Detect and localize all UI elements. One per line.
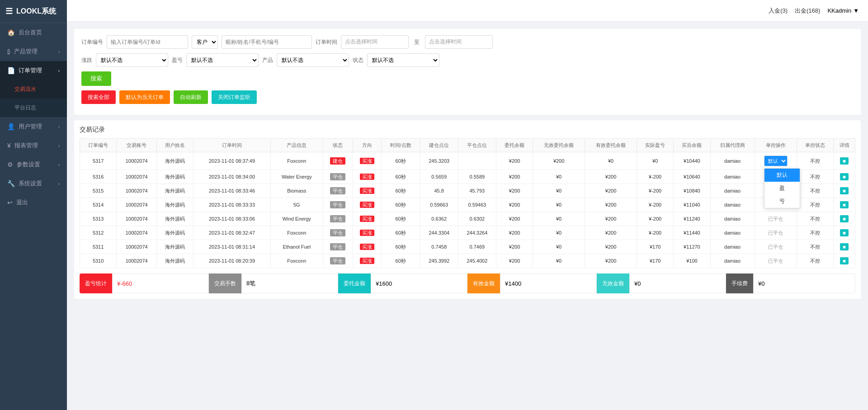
cell-after-buy: ¥100: [674, 254, 710, 268]
cell-agent: damiao: [710, 212, 755, 226]
cell-detail[interactable]: ■: [834, 254, 855, 268]
user-menu[interactable]: KKadmin ▼: [827, 7, 859, 14]
cell-valid-entrust: ¥200: [585, 198, 637, 212]
cell-after-buy: ¥10440: [674, 152, 710, 170]
cell-direction: 买涨: [353, 170, 381, 184]
sidebar-item-system[interactable]: 🔧 系统设置 ›: [0, 174, 67, 193]
order-submenu: 交易流水 平台日志: [0, 80, 67, 117]
popup-item-default[interactable]: 默认: [764, 169, 800, 182]
cell-agent: damiao: [710, 198, 755, 212]
cell-close-price: 0.7469: [458, 240, 496, 254]
detail-button[interactable]: ■: [840, 187, 849, 194]
cell-after-buy: ¥10640: [674, 170, 710, 184]
sidebar-item-product[interactable]: ₿ 产品管理 ›: [0, 42, 67, 61]
cell-detail[interactable]: ■: [834, 184, 855, 198]
sidebar-item-user[interactable]: 👤 用户管理 ›: [0, 117, 67, 136]
summary-entrust-amount: 委托金额 ¥1600: [338, 273, 467, 293]
cell-detail[interactable]: ■: [834, 240, 855, 254]
rise-fall-label: 涨跌: [81, 57, 92, 64]
cell-username: 海外源码: [157, 184, 193, 198]
cell-actual-profit: ¥-200: [637, 170, 674, 184]
cell-after-buy: ¥10840: [674, 184, 710, 198]
rise-fall-select[interactable]: 默认不选: [96, 53, 168, 67]
cell-entrust-balance: ¥200: [496, 152, 533, 170]
cell-time-points: 60秒: [381, 198, 420, 212]
cell-order-no: 5310: [80, 254, 117, 268]
cell-close-price: 244.3264: [458, 226, 496, 240]
product-select[interactable]: 默认不选: [277, 53, 349, 67]
auto-refresh-button[interactable]: 自动刷新: [174, 90, 208, 104]
col-username: 用户姓名: [157, 139, 193, 152]
search-all-button[interactable]: 搜索全部: [81, 90, 116, 104]
sidebar-item-param[interactable]: ⚙ 参数设置 ›: [0, 155, 67, 174]
cell-after-buy: ¥11440: [674, 226, 710, 240]
cell-entrust-balance: ¥200: [496, 184, 533, 198]
profit-loss-label: 盈亏: [172, 57, 183, 64]
order-time-end[interactable]: 点击选择时间: [425, 35, 493, 49]
cell-detail[interactable]: ■: [834, 198, 855, 212]
entrust-amount-label: 委托金额: [338, 273, 371, 293]
sidebar-item-order[interactable]: 📄 订单管理 ›: [0, 61, 67, 80]
cell-order-no: 5313: [80, 212, 117, 226]
customer-select[interactable]: 客户: [192, 35, 218, 49]
cell-detail[interactable]: ■: [834, 212, 855, 226]
cell-after-buy: ¥11240: [674, 212, 710, 226]
cell-detail[interactable]: ■: [834, 152, 855, 170]
cell-detail[interactable]: ■: [834, 170, 855, 184]
popup-item-profit[interactable]: 盈: [764, 182, 800, 195]
detail-button[interactable]: ■: [840, 215, 849, 222]
order-time-start[interactable]: 点击选择时间: [341, 35, 409, 49]
cell-username: 海外源码: [157, 170, 193, 184]
cell-product: Biomass: [270, 184, 323, 198]
filter-row-3: 搜索: [81, 71, 854, 86]
detail-button[interactable]: ■: [840, 243, 849, 250]
cell-direction: 买涨: [353, 198, 381, 212]
cell-invalid-entrust: ¥0: [533, 170, 585, 184]
param-icon: ⚙: [7, 161, 13, 168]
cell-after-buy: ¥11270: [674, 240, 710, 254]
sidebar-item-dashboard[interactable]: 🏠 后台首页: [0, 23, 67, 42]
fee-value: ¥0: [753, 273, 855, 293]
single-control-cell[interactable]: 默认 默认 盈 亏: [755, 152, 797, 170]
cell-username: 海外源码: [157, 152, 193, 170]
search-button[interactable]: 搜索: [81, 71, 111, 86]
status-select[interactable]: 默认不选: [367, 53, 439, 67]
system-arrow-icon: ›: [58, 181, 60, 186]
menu-toggle-icon[interactable]: ☰: [5, 6, 13, 16]
detail-button[interactable]: ■: [840, 201, 849, 208]
popup-item-loss[interactable]: 亏: [764, 195, 800, 208]
profit-loss-select[interactable]: 默认不选: [186, 53, 259, 67]
order-number-input[interactable]: [107, 35, 188, 49]
cell-single-status: 不控: [797, 240, 834, 254]
detail-button[interactable]: ■: [840, 257, 849, 264]
detail-button[interactable]: ■: [840, 173, 849, 180]
single-control-cell: 已平仓: [755, 226, 797, 240]
detail-button[interactable]: ■: [840, 157, 849, 165]
detail-button[interactable]: ■: [840, 229, 849, 236]
today-default-button[interactable]: 默认为当天订单: [119, 90, 170, 104]
cell-account: 10002074: [117, 226, 157, 240]
outcome-badge[interactable]: 出金(168): [795, 7, 820, 15]
logo[interactable]: ☰ LOOKL系统: [0, 0, 67, 23]
system-icon: 🔧: [7, 180, 15, 187]
summary-bar: 盈亏统计 ¥-660 交易手数 8笔 委托金额 ¥1600: [80, 273, 855, 293]
cell-detail[interactable]: ■: [834, 226, 855, 240]
single-control-select[interactable]: 默认: [764, 156, 788, 166]
close-monitor-button[interactable]: 关闭订单监听: [212, 90, 257, 104]
cell-order-no: 5317: [80, 152, 117, 170]
income-badge[interactable]: 入金(3): [769, 7, 788, 15]
sidebar-item-report[interactable]: ¥ 报表管理 ›: [0, 136, 67, 155]
cell-username: 海外源码: [157, 226, 193, 240]
single-control-dropdown[interactable]: 默认 默认 盈 亏: [764, 156, 788, 166]
cell-valid-entrust: ¥200: [585, 226, 637, 240]
col-invalid-entrust: 无效委托余额: [533, 139, 585, 152]
col-single-status: 单控状态: [797, 139, 834, 152]
sidebar-item-logout[interactable]: ↩ 退出: [0, 193, 67, 212]
sidebar-item-platform-log[interactable]: 平台日志: [0, 99, 67, 117]
sidebar-item-trade-flow[interactable]: 交易流水: [0, 80, 67, 99]
col-account: 交易账号: [117, 139, 157, 152]
cell-order-time: 2023-11-01 08:20:39: [193, 254, 270, 268]
col-direction: 方向: [353, 139, 381, 152]
nickname-input[interactable]: [222, 35, 312, 49]
filter-section: 订单编号 客户 订单时间 点击选择时间 至 点击选择时间 涨跌: [74, 29, 861, 115]
